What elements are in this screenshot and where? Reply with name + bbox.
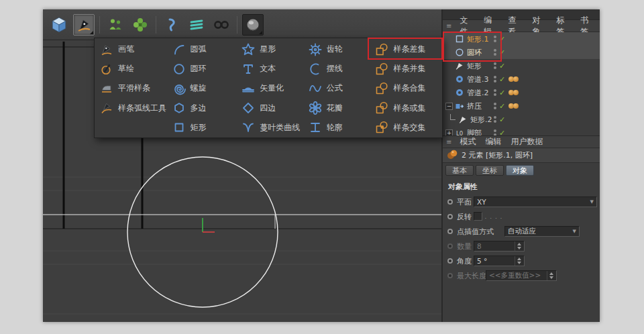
toolbar-separator	[99, 16, 100, 34]
attribute-manager-menu-item[interactable]: 编辑	[480, 136, 506, 148]
menu-item-rect[interactable]: 矩形	[167, 118, 237, 137]
enable-check-icon[interactable]: ✓	[499, 62, 505, 70]
menu-item-sketch-tool[interactable]: 草绘	[95, 59, 167, 78]
menu-item-label: 花瓣	[327, 103, 343, 114]
dropdown-field[interactable]: XY▼	[474, 197, 597, 207]
enable-check-icon[interactable]: ✓	[499, 89, 505, 97]
grip-icon[interactable]: ≡	[443, 22, 455, 30]
collapse-icon[interactable]: −	[445, 103, 453, 110]
keyframe-circle-icon[interactable]	[447, 258, 453, 264]
toolbar-button-comma-icon[interactable]	[161, 14, 182, 36]
menu-item-bool-intersect[interactable]: 样条交集	[370, 118, 442, 137]
attribute-manager: ≡ 模式编辑用户数据 2 元素 [矩形.1, 圆环] 基本坐标对象 对象属性 平…	[443, 135, 600, 322]
visibility-dots[interactable]	[494, 36, 496, 42]
object-row-circle-1[interactable]: 圆环✓	[443, 46, 600, 59]
number-field[interactable]: 5 °	[474, 256, 525, 266]
grip-icon[interactable]: ≡	[443, 138, 455, 146]
visibility-dots[interactable]	[494, 62, 496, 69]
menu-item-flower[interactable]: 花瓣	[303, 99, 370, 118]
object-row-pen-6[interactable]: 矩形.2✓	[443, 113, 600, 126]
attribute-label: 反转	[457, 212, 472, 222]
menu-item-cissoid[interactable]: 蔓叶类曲线	[236, 118, 303, 137]
material-tag-icons[interactable]	[509, 103, 519, 109]
toolbar-button-figures-icon[interactable]	[105, 14, 126, 36]
menu-item-gear[interactable]: 齿轮	[303, 40, 370, 59]
tab-inactive[interactable]: 坐标	[476, 165, 504, 176]
attribute-manager-menu-item[interactable]: 用户数据	[506, 136, 547, 148]
object-row-rect-0[interactable]: 矩形.1✓	[443, 32, 600, 46]
menu-item-smooth-tool[interactable]: 平滑样条	[95, 78, 167, 98]
om-rect-icon	[455, 34, 464, 44]
number-field[interactable]: 8	[474, 241, 525, 252]
visibility-dots[interactable]	[494, 89, 496, 96]
toolbar-button-stripes-icon[interactable]	[186, 14, 207, 36]
material-tag-icons[interactable]	[509, 76, 519, 82]
toolbar-button-sphere-icon[interactable]	[242, 14, 264, 36]
keyframe-circle-icon[interactable]	[447, 243, 453, 249]
menu-item-circle[interactable]: 圆环	[167, 59, 237, 78]
checkbox[interactable]	[474, 212, 482, 221]
attribute-header: 2 元素 [矩形.1, 圆环]	[443, 148, 600, 163]
menu-item-fourside[interactable]: 四边	[236, 99, 303, 118]
visibility-dots[interactable]	[494, 103, 496, 109]
star-icon	[241, 43, 255, 56]
menu-item-ngon[interactable]: 多边	[167, 99, 237, 118]
menu-item-label: 文本	[260, 63, 276, 74]
enable-check-icon[interactable]: ✓	[499, 103, 505, 110]
keyframe-circle-icon[interactable]	[447, 214, 453, 219]
material-tag-icons[interactable]	[509, 90, 519, 95]
visibility-dots[interactable]	[494, 116, 496, 123]
object-row-null-7[interactable]: +L0脚部✓	[443, 126, 600, 135]
toolbar-button-rings-icon[interactable]	[211, 14, 232, 36]
menu-item-cycloid[interactable]: 摆线	[303, 59, 370, 78]
dropdown-field[interactable]: 自动适应▼	[504, 226, 580, 237]
tab-inactive[interactable]: 基本	[445, 165, 474, 176]
toolbar-button-clover-icon[interactable]	[129, 14, 151, 36]
visibility-dots[interactable]	[494, 49, 496, 56]
menu-item-helix[interactable]: 螺旋	[167, 78, 237, 98]
object-row-extrude-5[interactable]: −挤压✓	[443, 99, 600, 113]
object-label: 矩形.1	[467, 34, 489, 44]
menu-item-arc-tool[interactable]: 样条弧线工具	[95, 99, 167, 118]
toolbar-button-cube-icon[interactable]	[48, 14, 70, 36]
menu-item-formula[interactable]: 公式	[303, 78, 370, 98]
menu-item-profile[interactable]: 轮廓	[303, 118, 370, 137]
menu-item-bool-subtract[interactable]: 样条差集	[370, 40, 442, 59]
tab-active[interactable]: 对象	[506, 165, 534, 176]
enable-check-icon[interactable]: ✓	[499, 76, 505, 83]
enable-check-icon[interactable]: ✓	[499, 49, 505, 56]
enable-check-icon[interactable]: ✓	[499, 116, 505, 123]
stepper-arrows-icon[interactable]	[515, 256, 521, 266]
keyframe-circle-icon[interactable]	[447, 273, 453, 278]
stepper-arrows-icon[interactable]	[515, 241, 521, 251]
menu-item-bool-and[interactable]: 样条合集	[370, 78, 442, 98]
attribute-manager-menu-item[interactable]: 模式	[455, 136, 480, 148]
keyframe-circle-icon[interactable]	[447, 199, 453, 205]
number-field[interactable]: <<多重数值>>	[486, 270, 557, 281]
visibility-dots[interactable]	[494, 129, 496, 135]
menu-item-text[interactable]: 文本	[236, 59, 303, 78]
visibility-dots[interactable]	[494, 76, 496, 82]
menu-item-bool-union[interactable]: 样条并集	[370, 59, 442, 78]
object-row-pen-2[interactable]: 矩形✓	[443, 59, 600, 72]
menu-item-bool-or[interactable]: 样条或集	[370, 99, 442, 118]
expand-icon[interactable]: +	[445, 129, 453, 136]
menu-item-vectorizer[interactable]: 矢量化	[236, 78, 303, 98]
menu-item-label: 螺旋	[191, 82, 207, 94]
toolbar-button-spline-pen-icon[interactable]	[73, 14, 95, 36]
menu-item-arc[interactable]: 圆弧	[167, 40, 237, 59]
ngon-icon	[172, 101, 186, 115]
menu-item-label: 画笔	[118, 44, 134, 55]
attribute-row-2: 点插值方式自动适应▼	[443, 224, 600, 239]
attribute-label: 数量	[457, 241, 472, 252]
enable-check-icon[interactable]: ✓	[499, 129, 505, 136]
menu-item-star[interactable]: 星形	[236, 40, 303, 59]
object-row-tube-3[interactable]: 管道.3✓	[443, 72, 600, 86]
object-row-tube-4[interactable]: 管道.2✓	[443, 86, 600, 99]
menu-item-pen-tool[interactable]: 画笔	[95, 40, 167, 59]
keyframe-circle-icon[interactable]	[447, 229, 453, 234]
attribute-row-1: 反转. . . . . .	[443, 209, 600, 224]
enable-check-icon[interactable]: ✓	[499, 36, 505, 43]
spline-menu-column-2: 星形文本矢量化四边蔓叶类曲线	[236, 38, 303, 137]
stepper-arrows-icon[interactable]	[547, 271, 553, 280]
